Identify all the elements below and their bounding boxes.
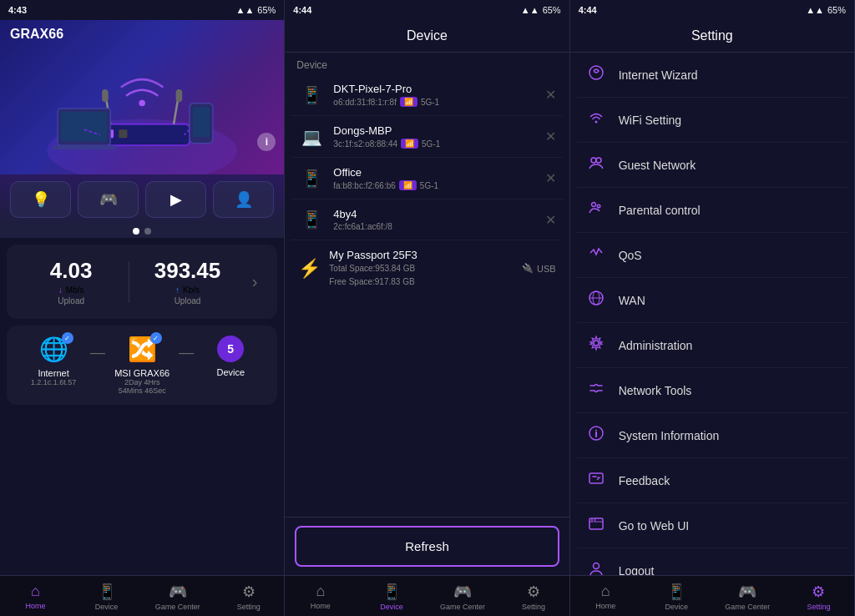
device-info-1: Dongs-MBP 3c:1f:s2:o8:88:44 📶 5G-1 — [333, 124, 536, 149]
router-label: MSI GRAX66 — [114, 368, 169, 378]
device-mac-0: o6:dd:31:f8:1:r:8f 📶 5G-1 — [333, 97, 536, 107]
logout-label: Logout — [619, 564, 655, 576]
device-icon-0: 📱 — [298, 85, 325, 105]
usb-name: My Passport 25F3 — [329, 249, 514, 261]
upload-value: 4.03 — [20, 258, 122, 284]
signal-icon-3: ▲▲ — [806, 5, 824, 15]
setting-feedback[interactable]: Feedback — [577, 458, 847, 503]
svg-point-20 — [591, 203, 595, 207]
usb-icon: ⚡ — [298, 258, 321, 280]
logout-icon — [585, 560, 607, 575]
svg-point-18 — [591, 158, 596, 163]
wifi-badge-2: 📶 — [399, 180, 417, 190]
device-item-0[interactable]: 📱 DKT-Pixel-7-Pro o6:dd:31:f8:1:r:8f 📶 5… — [291, 74, 562, 116]
internet-status: 🌐 ✓ Internet 1.2.1c.1.6t.57 — [20, 336, 87, 386]
nav-home-1[interactable]: ⌂ Home — [0, 581, 71, 613]
refresh-button[interactable]: Refresh — [295, 526, 559, 567]
internet-icon-wrap: 🌐 ✓ — [39, 336, 68, 363]
device-signal-3: ✕ — [545, 212, 556, 228]
mac-text-1: 3c:1f:s2:o8:88:44 — [333, 139, 397, 149]
device-signal-0: ✕ — [545, 87, 556, 103]
nav-game-3[interactable]: 🎮 Game Center — [712, 581, 783, 613]
home-icon-2: ⌂ — [316, 583, 325, 600]
upload-direction: ↓ Mb/s — [20, 285, 122, 295]
router-name: GRAX66 — [10, 27, 274, 42]
dot-2[interactable] — [144, 228, 151, 235]
speed-chevron-icon[interactable]: › — [245, 265, 265, 298]
setting-guest-network[interactable]: Guest Network — [577, 143, 847, 188]
mac-text-3: 2c:fc6a1:ac6f:/8 — [333, 222, 392, 231]
setting-qos[interactable]: QoS — [577, 233, 847, 278]
nav-device-3[interactable]: 📱 Device — [641, 581, 712, 613]
device-list: 📱 DKT-Pixel-7-Pro o6:dd:31:f8:1:r:8f 📶 5… — [285, 74, 569, 517]
mac-text-0: o6:dd:31:f8:1:r:8f — [333, 98, 397, 107]
wifi-badge-1: 📶 — [401, 139, 418, 149]
device-label: Device — [216, 367, 245, 377]
nav-setting-3[interactable]: ⚙ Setting — [783, 581, 854, 613]
device-section-label: Device — [285, 53, 569, 74]
device-item-1[interactable]: 💻 Dongs-MBP 3c:1f:s2:o8:88:44 📶 5G-1 ✕ — [291, 116, 562, 158]
wifi-setting-icon — [585, 109, 607, 130]
dot-1[interactable] — [133, 228, 139, 235]
device-status: 5 Device — [197, 336, 264, 377]
quick-btn-1[interactable]: 🎮 — [78, 181, 139, 218]
nav-setting-1[interactable]: ⚙ Setting — [213, 581, 284, 613]
wifi-setting-label: WiFi Setting — [619, 114, 681, 127]
setting-web-ui[interactable]: Go to Web UI — [577, 503, 847, 548]
download-unit: Kb/s — [183, 285, 200, 295]
router-status: 🔀 ✓ MSI GRAX66 2Day 4Hrs 54Mins 46Sec — [109, 336, 175, 395]
wan-icon — [585, 290, 607, 311]
quick-btn-3[interactable]: 👤 — [213, 181, 274, 218]
bottom-nav-1: ⌂ Home 📱 Device 🎮 Game Center ⚙ Setting — [0, 575, 284, 616]
setting-system-info[interactable]: System Information — [577, 413, 847, 458]
game-label-3: Game Center — [725, 603, 770, 611]
signal-icon-2: ▲▲ — [521, 5, 539, 15]
setting-logout[interactable]: Logout — [577, 548, 847, 575]
hero-section: GRAX66 — [0, 20, 284, 174]
device-name-1: Dongs-MBP — [333, 124, 536, 137]
setting-admin[interactable]: Administration — [577, 323, 847, 368]
setting-wan[interactable]: WAN — [577, 278, 847, 323]
setting-parental[interactable]: Parental control — [577, 188, 847, 233]
carousel-dots — [0, 225, 284, 238]
device-info-3: 4by4 2c:fc6a1:ac6f:/8 — [333, 208, 536, 231]
device-count-badge: 5 — [217, 336, 244, 362]
status-bar-1: 4:43 ▲▲ 65% — [0, 0, 284, 20]
download-value: 393.45 — [136, 258, 238, 284]
nav-device-2[interactable]: 📱 Device — [356, 581, 427, 613]
nav-game-1[interactable]: 🎮 Game Center — [142, 581, 213, 613]
svg-rect-12 — [193, 108, 210, 137]
signal-icon-1: ▲▲ — [236, 5, 255, 15]
game-label-2: Game Center — [440, 603, 485, 611]
setting-internet-wizard[interactable]: Internet Wizard — [577, 53, 847, 98]
router-illustration — [10, 45, 274, 174]
svg-point-28 — [595, 430, 597, 432]
nav-home-3[interactable]: ⌂ Home — [570, 581, 641, 613]
upload-label: Upload — [20, 296, 122, 305]
wifi-badge-0: 📶 — [400, 97, 417, 107]
device-item-3[interactable]: 📱 4by4 2c:fc6a1:ac6f:/8 ✕ — [291, 199, 562, 240]
wan-label: WAN — [619, 294, 645, 307]
parental-label: Parental control — [619, 204, 701, 217]
setting-icon-2: ⚙ — [527, 583, 540, 601]
nav-home-2[interactable]: ⌂ Home — [285, 581, 356, 613]
internet-ip: 1.2.1c.1.6t.57 — [31, 378, 77, 386]
device-signal-1: ✕ — [545, 129, 556, 144]
usb-device-item[interactable]: ⚡ My Passport 25F3 Total Space:953.84 GB… — [291, 240, 562, 296]
setting-network-tools[interactable]: Network Tools — [577, 368, 847, 413]
device-name-2: Office — [333, 166, 536, 179]
nav-setting-2[interactable]: ⚙ Setting — [498, 581, 569, 613]
quick-btn-0[interactable]: 💡 — [10, 181, 71, 218]
nav-game-2[interactable]: 🎮 Game Center — [427, 581, 498, 613]
setting-label-3: Setting — [807, 603, 830, 611]
quick-btn-2[interactable]: ▶ — [145, 181, 206, 218]
admin-icon — [585, 335, 607, 356]
qos-icon — [585, 245, 607, 265]
home-label-2: Home — [311, 602, 331, 610]
status-icons-2: ▲▲ 65% — [521, 5, 561, 15]
device-panel-title: Device — [285, 20, 569, 53]
device-item-2[interactable]: 📱 Office fa:b8:bc:f2:66:b6 📶 5G-1 ✕ — [291, 158, 562, 199]
game-icon-2: 🎮 — [453, 583, 472, 601]
setting-wifi[interactable]: WiFi Setting — [577, 98, 847, 143]
nav-device-1[interactable]: 📱 Device — [71, 581, 142, 613]
